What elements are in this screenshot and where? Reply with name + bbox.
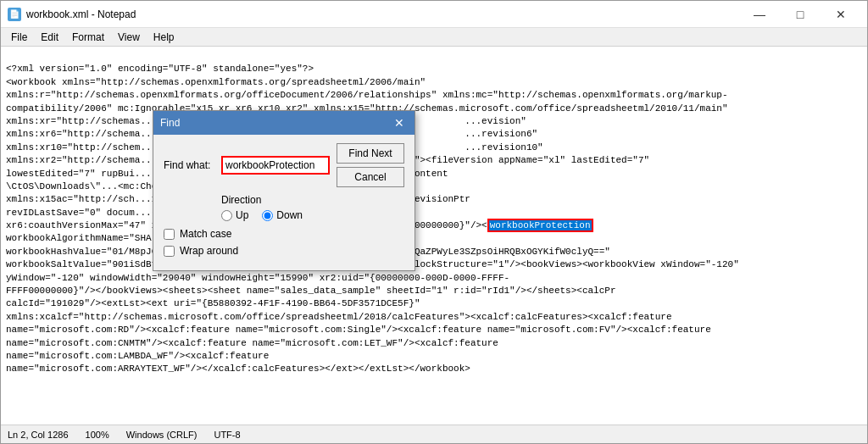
find-checkboxes: Match case Wrap around (164, 228, 404, 257)
direction-options: Up Down (221, 209, 404, 221)
wrap-around-row: Wrap around (164, 245, 404, 257)
find-next-button[interactable]: Find Next (337, 143, 404, 164)
find-dialog: Find ✕ Find what: Find Next Cancel Direc… (153, 110, 415, 271)
match-case-label: Match case (180, 228, 231, 240)
line-18: FFFF00000000}"/></bookViews><sheets><she… (6, 286, 616, 296)
find-body: Find what: Find Next Cancel Direction Up… (153, 135, 415, 270)
line-ending: Windows (CRLF) (126, 430, 198, 440)
direction-label: Direction (221, 194, 404, 206)
menu-file[interactable]: File (4, 30, 34, 45)
cursor-position: Ln 2, Col 1286 (8, 430, 69, 440)
text-area[interactable]: <?xml version="1.0" encoding="UTF-8" sta… (1, 47, 867, 425)
minimize-button[interactable]: — (740, 6, 779, 23)
find-input-wrapper (221, 156, 330, 175)
title-bar-left: 📄 workbook.xml - Notepad (8, 8, 136, 21)
menu-format[interactable]: Format (65, 30, 111, 45)
match-case-checkbox[interactable] (164, 229, 175, 240)
title-bar: 📄 workbook.xml - Notepad — □ ✕ (1, 1, 867, 28)
find-close-button[interactable]: ✕ (391, 114, 408, 131)
line-19: calcId="191029"/><extLst><ext uri="{B588… (6, 298, 420, 308)
find-buttons: Find Next Cancel (337, 143, 404, 187)
menu-view[interactable]: View (111, 30, 147, 45)
line-22: name="microsoft.com:CNMTM"/><xcalcf:feat… (6, 338, 498, 348)
match-case-row: Match case (164, 228, 404, 240)
line-1: <?xml version="1.0" encoding="UTF-8" sta… (6, 64, 314, 74)
line-3: xmlns:r="http://schemas.openxmlformats.o… (6, 90, 728, 100)
find-dialog-title: Find (160, 117, 180, 129)
wrap-around-label: Wrap around (180, 245, 238, 257)
window-title: workbook.xml - Notepad (26, 8, 136, 20)
close-button[interactable]: ✕ (821, 6, 860, 23)
title-bar-controls: — □ ✕ (740, 6, 860, 23)
line-17: yWindow="-120" windowWidth="29040" windo… (6, 273, 509, 283)
direction-down-radio[interactable] (262, 210, 273, 221)
cancel-button[interactable]: Cancel (337, 167, 404, 187)
direction-up-label: Up (236, 209, 248, 221)
find-what-label: Find what: (164, 159, 221, 171)
line-20: xmlns:xcalcf="http://schemas.microsoft.c… (6, 312, 672, 322)
menu-help[interactable]: Help (147, 30, 181, 45)
line-21: name="microsoft.com:RD"/><xcalcf:feature… (6, 325, 711, 335)
menu-edit[interactable]: Edit (34, 30, 65, 45)
notepad-window: 📄 workbook.xml - Notepad — □ ✕ File Edit… (0, 0, 868, 444)
encoding: UTF-8 (214, 430, 240, 440)
find-what-row: Find what: Find Next Cancel (164, 143, 404, 187)
find-what-input[interactable] (225, 159, 326, 171)
direction-down-label: Down (276, 209, 303, 221)
line-24: name="microsoft.com:ARRAYTEXT_WF"/></xca… (6, 364, 470, 374)
direction-up-option[interactable]: Up (221, 209, 248, 221)
maximize-button[interactable]: □ (781, 6, 820, 23)
highlighted-text: workbookProtection (487, 219, 593, 232)
zoom-level: 100% (86, 430, 109, 440)
find-title-bar: Find ✕ (153, 111, 415, 135)
line-2: <workbook xmlns="http://schemas.openxmlf… (6, 77, 426, 87)
notepad-icon: 📄 (8, 8, 21, 21)
direction-up-radio[interactable] (221, 210, 232, 221)
menu-bar: File Edit Format View Help (1, 28, 867, 47)
line-23: name="microsoft.com:LAMBDA_WF"/><xcalcf:… (6, 351, 269, 361)
wrap-around-checkbox[interactable] (164, 246, 175, 257)
status-bar: Ln 2, Col 1286 100% Windows (CRLF) UTF-8 (1, 425, 867, 443)
direction-down-option[interactable]: Down (262, 209, 303, 221)
find-direction-section: Direction Up Down (221, 194, 404, 221)
